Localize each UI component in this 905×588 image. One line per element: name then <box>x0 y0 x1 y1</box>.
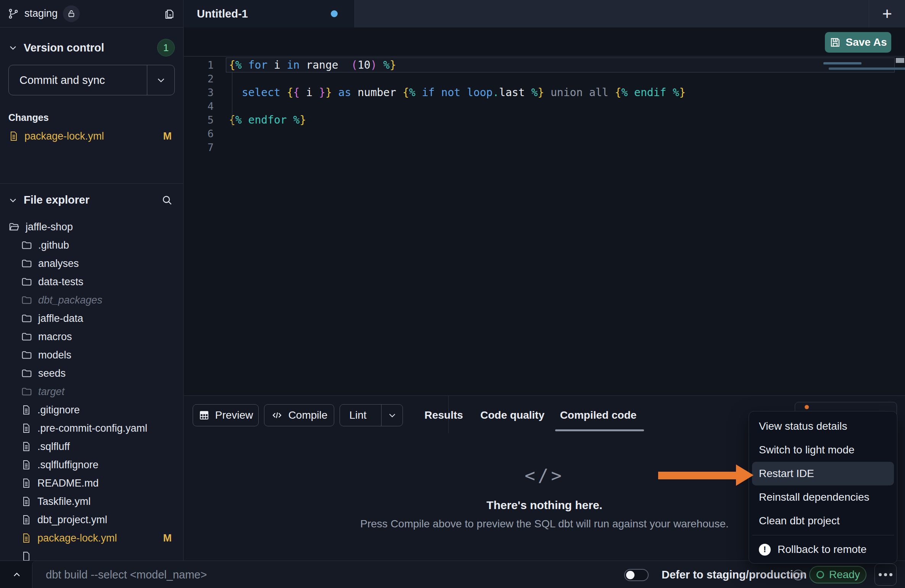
commit-and-sync-button[interactable]: Commit and sync <box>8 65 175 95</box>
file-tree: jaffle-shop .github analyses data-tests … <box>0 218 183 547</box>
tree-item-data-tests[interactable]: data-tests <box>0 273 183 291</box>
tree-item-macros[interactable]: macros <box>0 328 183 346</box>
code-lines: {% for i in range (10) %} select {{ i }}… <box>229 58 905 154</box>
folder-icon <box>21 258 32 269</box>
line-number-4: 4 <box>184 100 226 113</box>
modified-badge: M <box>163 532 172 544</box>
status-label: Ready <box>829 569 860 581</box>
unsaved-indicator-dot <box>331 10 338 17</box>
tree-item-README.md[interactable]: README.md <box>0 474 183 492</box>
code-line-7[interactable] <box>229 141 905 154</box>
file-explorer-header[interactable]: File explorer <box>0 194 183 206</box>
file-explorer-section: File explorer jaffle-shop .github analys… <box>0 183 183 566</box>
folder-icon <box>21 331 32 342</box>
ide-status-context-menu: View status detailsSwitch to light modeR… <box>749 411 897 564</box>
collapse-bar-button[interactable] <box>9 561 24 588</box>
chevron-down-icon <box>8 196 18 205</box>
menu-item-reinstall-dependencies[interactable]: Reinstall dependencies <box>752 485 894 509</box>
menu-item-rollback-to-remote[interactable]: ! Rollback to remote <box>752 538 894 561</box>
tree-item-analyses[interactable]: analyses <box>0 254 183 273</box>
minimap-line <box>829 67 905 70</box>
code-line-5[interactable]: {% endfor %} <box>229 113 905 127</box>
panel-tab-code-quality[interactable]: Code quality <box>480 404 544 426</box>
changes-heading: Changes <box>8 112 175 123</box>
preview-button[interactable]: Preview <box>193 404 259 426</box>
folder-icon <box>21 294 32 306</box>
tree-item-dbt_project.yml[interactable]: dbt_project.yml <box>0 511 183 529</box>
tree-item-.sqlfluff[interactable]: .sqlfluff <box>0 437 183 456</box>
file-icon <box>21 514 32 525</box>
tree-item-jaffle-data[interactable]: jaffle-data <box>0 309 183 328</box>
sidebar: staging Version control 1 Commit and syn… <box>0 0 184 561</box>
code-line-3[interactable]: select {{ i }} as number {% if not loop.… <box>229 86 905 100</box>
tree-item-models[interactable]: models <box>0 346 183 364</box>
tree-item-label: .gitignore <box>37 404 80 416</box>
menu-item-view-status-details[interactable]: View status details <box>752 414 894 438</box>
panel-tab-compiled-code[interactable]: Compiled code <box>560 404 637 426</box>
tree-item-jaffle-shop[interactable]: jaffle-shop <box>0 218 183 236</box>
modified-badge: M <box>163 130 172 142</box>
tree-item-package-lock.yml[interactable]: package-lock.ymlM <box>0 529 183 547</box>
tree-item-label: target <box>38 386 64 398</box>
compile-label: Compile <box>288 409 328 421</box>
code-line-6[interactable] <box>229 127 905 141</box>
compile-button[interactable]: Compile <box>264 404 334 426</box>
copy-icon[interactable] <box>163 8 176 20</box>
more-options-button[interactable] <box>874 564 897 586</box>
tree-item-.sqlfluffignore[interactable]: .sqlfluffignore <box>0 456 183 474</box>
commit-and-sync-label: Commit and sync <box>9 65 147 95</box>
code-line-1[interactable]: {% for i in range (10) %} <box>229 58 905 72</box>
file-icon <box>21 441 32 452</box>
tree-item-target[interactable]: target <box>0 382 183 401</box>
scrollbar-thumb[interactable] <box>896 58 904 63</box>
line-number-1: 1 <box>184 58 226 72</box>
new-tab-button[interactable]: + <box>869 0 905 27</box>
tree-item-seeds[interactable]: seeds <box>0 364 183 382</box>
folder-icon <box>21 276 32 288</box>
status-dot <box>816 571 824 578</box>
tree-item-.gitignore[interactable]: .gitignore <box>0 401 183 419</box>
tree-item-label: macros <box>38 331 72 343</box>
lint-button[interactable]: Lint <box>340 404 403 426</box>
code-editor[interactable]: 1234567 {% for i in range (10) %} select… <box>184 56 905 395</box>
search-icon[interactable] <box>161 194 173 206</box>
commit-options-caret[interactable] <box>147 65 174 95</box>
help-icon[interactable]: ? <box>793 570 804 580</box>
folder-icon <box>21 313 32 324</box>
file-icon <box>21 533 32 543</box>
empty-state-icon: </> <box>525 465 564 486</box>
lint-options-caret[interactable] <box>381 405 403 426</box>
menu-item-restart-ide[interactable]: Restart IDE <box>752 462 894 485</box>
command-status-bar: dbt build --select <model_name> Defer to… <box>0 561 905 588</box>
tree-item-.github[interactable]: .github <box>0 236 183 254</box>
defer-toggle[interactable] <box>624 569 649 581</box>
defer-label: Defer to staging/production <box>662 561 807 588</box>
tree-item-Taskfile.yml[interactable]: Taskfile.yml <box>0 492 183 511</box>
version-control-header[interactable]: Version control 1 <box>0 39 183 56</box>
empty-state-subtitle: Press Compile above to preview the SQL d… <box>360 518 728 530</box>
tree-item-.pre-commit-config.yaml[interactable]: .pre-commit-config.yaml <box>0 419 183 437</box>
indent-guide <box>232 72 232 127</box>
changed-file-row[interactable]: package-lock.yml M <box>0 127 183 145</box>
panel-tab-results[interactable]: Results <box>424 404 463 426</box>
save-as-button[interactable]: Save As <box>825 32 891 53</box>
folder-open-icon <box>8 221 20 233</box>
ide-status-badge[interactable]: Ready <box>809 566 866 583</box>
lint-label: Lint <box>340 409 376 421</box>
tree-item-label: seeds <box>38 368 66 379</box>
menu-item-clean-dbt-project[interactable]: Clean dbt project <box>752 509 894 533</box>
code-line-2[interactable] <box>229 72 905 86</box>
branch-name[interactable]: staging <box>24 8 58 19</box>
tree-item-label: jaffle-data <box>38 313 83 325</box>
line-number-3: 3 <box>184 86 226 100</box>
code-line-4[interactable] <box>229 100 905 113</box>
chevron-down-icon <box>8 43 18 52</box>
file-icon <box>21 423 32 434</box>
editor-header: Save As <box>184 27 905 56</box>
tree-item-label: .sqlfluffignore <box>37 459 98 471</box>
line-number-7: 7 <box>184 141 226 154</box>
menu-item-switch-to-light-mode[interactable]: Switch to light mode <box>752 438 894 462</box>
tree-item-dbt_packages[interactable]: dbt_packages <box>0 291 183 309</box>
save-as-label: Save As <box>846 36 887 48</box>
tab-untitled-1[interactable]: Untitled-1 <box>184 0 355 27</box>
